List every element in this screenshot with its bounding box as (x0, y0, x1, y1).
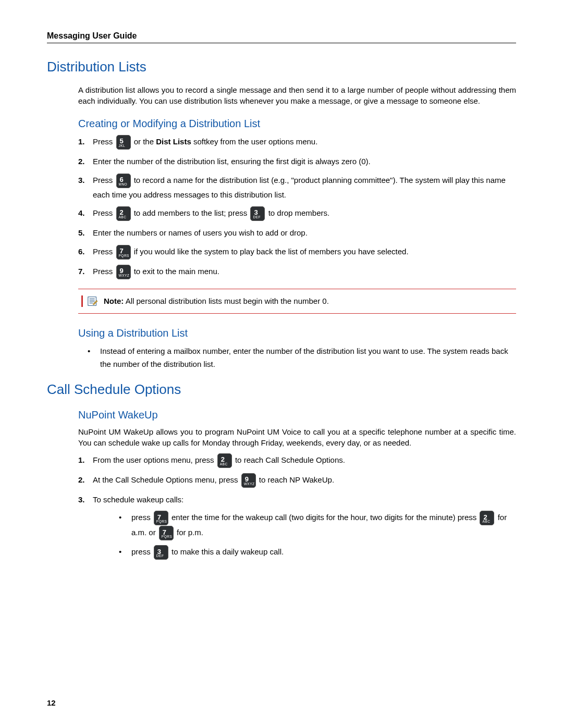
running-header: Messaging User Guide (47, 31, 516, 41)
wakeup-steps-list: 1. From the user options menu, press 2AB… (78, 453, 516, 564)
page-number: 12 (47, 698, 56, 707)
note-accent-bar (81, 295, 83, 307)
phone-key-2-icon: 2ABC (480, 511, 494, 525)
wakeup-intro: NuPoint UM WakeUp allows you to program … (78, 426, 516, 448)
phone-key-2-icon: 2ABC (217, 453, 232, 468)
phone-key-3-icon: 3DEF (250, 206, 265, 221)
list-item: Instead of entering a mailbox number, en… (88, 344, 516, 371)
list-item: press 3DEF to make this a daily wakeup c… (119, 545, 516, 560)
dist-lists-intro: A distribution list allows you to record… (78, 84, 516, 106)
phone-key-7-icon: 7PQRS (154, 511, 168, 525)
list-item: 3. Press 6MNO to record a name for the d… (78, 174, 516, 202)
svg-rect-0 (88, 297, 96, 305)
heading-using-dist-list: Using a Distribution List (78, 327, 516, 339)
list-item: 6. Press 7PQRS if you would like the sys… (78, 245, 516, 260)
note-icon (87, 295, 99, 307)
note-callout: Note: All personal distribution lists mu… (78, 289, 516, 314)
document-page: Messaging User Guide Distribution Lists … (0, 0, 563, 728)
phone-key-3-icon: 3DEF (154, 545, 168, 560)
heading-call-schedule: Call Schedule Options (47, 381, 516, 398)
phone-key-9-icon: 9WXYZ (241, 473, 256, 488)
phone-key-5-icon: 5JKL (116, 135, 131, 150)
list-item: 4. Press 2ABC to add members to the list… (78, 206, 516, 221)
list-item: 2. At the Call Schedule Options menu, pr… (78, 473, 516, 488)
phone-key-6-icon: 6MNO (116, 174, 131, 188)
list-item: press 7PQRS enter the time for the wakeu… (119, 510, 516, 540)
heading-create-modify: Creating or Modifying a Distribution Lis… (78, 118, 516, 130)
list-item: 3. To schedule wakeup calls: press 7PQRS… (78, 493, 516, 564)
note-text: Note: All personal distribution lists mu… (104, 297, 329, 305)
heading-nupoint-wakeup: NuPoint WakeUp (78, 409, 516, 421)
list-item: 2. Enter the number of the distribution … (78, 155, 516, 168)
phone-key-2-icon: 2ABC (116, 206, 131, 221)
list-item: 1. From the user options menu, press 2AB… (78, 453, 516, 468)
header-rule (47, 43, 516, 43)
wakeup-sub-bullets: press 7PQRS enter the time for the wakeu… (119, 510, 516, 560)
list-item: 5. Enter the numbers or names of users y… (78, 226, 516, 240)
phone-key-9-icon: 9WXYZ (116, 265, 131, 279)
heading-distribution-lists: Distribution Lists (47, 59, 516, 75)
list-item: 7. Press 9WXYZ to exit to the main menu. (78, 265, 516, 279)
phone-key-7-icon: 7PQRS (116, 245, 131, 260)
list-item: 1. Press 5JKL or the Dist Lists softkey … (78, 135, 516, 150)
using-bullet-list: Instead of entering a mailbox number, en… (88, 344, 516, 371)
create-steps-list: 1. Press 5JKL or the Dist Lists softkey … (78, 135, 516, 279)
phone-key-7-icon: 7PQRS (159, 526, 174, 540)
